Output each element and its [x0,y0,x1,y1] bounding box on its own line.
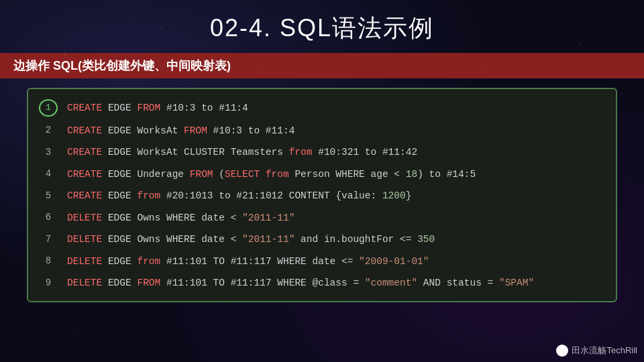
code-text: CREATE EDGE FROM #10:3 to #11:4 [67,101,248,115]
code-block: 1CREATE EDGE FROM #10:3 to #11:42CREATE … [27,88,617,302]
code-text: DELETE EDGE Owns WHERE date < "2011-11" [67,210,294,225]
watermark-text: 田水流觞TechRill [572,345,637,357]
line-number: 3 [39,145,58,160]
code-text: CREATE EDGE WorksAt CLUSTER Teamsters fr… [67,145,417,160]
subtitle-bar: 边操作 SQL(类比创建外键、中间映射表) [0,53,644,78]
table-row: 7DELETE EDGE Owns WHERE date < "2011-11"… [28,229,616,250]
code-text: CREATE EDGE WorksAt FROM #10:3 to #11:4 [67,123,294,138]
table-row: 2CREATE EDGE WorksAt FROM #10:3 to #11:4 [28,120,616,141]
line-number: 4 [39,167,58,182]
table-row: 1CREATE EDGE FROM #10:3 to #11:4 [28,96,616,120]
code-text: CREATE EDGE Underage FROM (SELECT from P… [67,167,476,182]
watermark: ● 田水流觞TechRill [556,345,637,357]
line-number: 9 [39,276,58,291]
line-number: 2 [39,123,58,138]
watermark-icon: ● [556,345,568,357]
line-number: 6 [39,210,58,225]
line-number: 7 [39,233,58,247]
table-row: 3CREATE EDGE WorksAt CLUSTER Teamsters f… [28,141,616,163]
line-number: 8 [39,254,58,269]
line-number: 1 [39,99,58,117]
table-row: 8DELETE EDGE from #11:101 TO #11:117 WHE… [28,251,616,272]
table-row: 6DELETE EDGE Owns WHERE date < "2011-11" [28,207,616,229]
line-number: 5 [39,189,58,204]
page-title: 02-4. SQL语法示例 [0,0,644,53]
code-text: DELETE EDGE from #11:101 TO #11:117 WHER… [67,254,429,269]
code-text: CREATE EDGE from #20:1013 to #21:1012 CO… [67,188,411,203]
code-text: DELETE EDGE FROM #11:101 TO #11:117 WHER… [67,276,534,290]
table-row: 5CREATE EDGE from #20:1013 to #21:1012 C… [28,185,616,206]
code-text: DELETE EDGE Owns WHERE date < "2011-11" … [67,232,435,247]
table-row: 9DELETE EDGE FROM #11:101 TO #11:117 WHE… [28,272,616,294]
table-row: 4CREATE EDGE Underage FROM (SELECT from … [28,164,616,185]
